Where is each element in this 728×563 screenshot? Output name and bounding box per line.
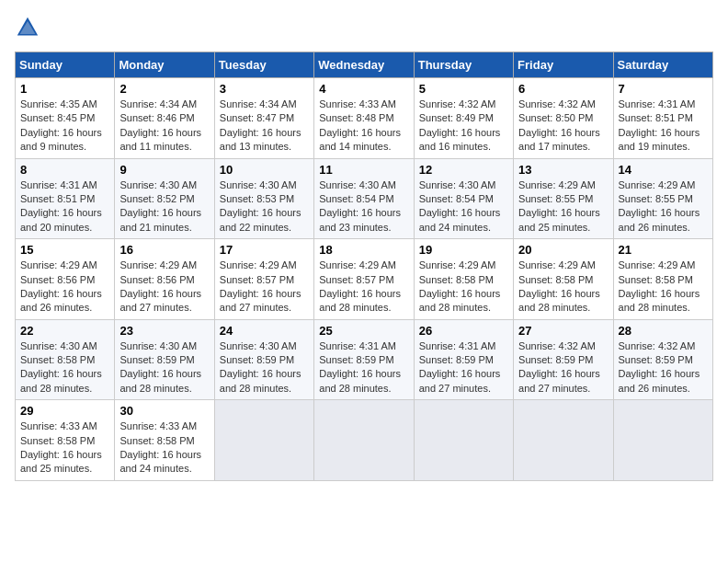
day-info: Sunrise: 4:32 AM Sunset: 8:50 PM Dayligh… [518, 98, 608, 155]
sunset: Sunset: 8:59 PM [319, 354, 393, 365]
day-number: 21 [619, 243, 708, 257]
calendar-cell [414, 400, 513, 481]
daylight: Daylight: 16 hours and 16 minutes. [419, 127, 501, 152]
calendar-cell: 2 Sunrise: 4:34 AM Sunset: 8:46 PM Dayli… [115, 78, 214, 159]
sunrise: Sunrise: 4:30 AM [220, 340, 297, 351]
calendar-week-2: 8 Sunrise: 4:31 AM Sunset: 8:51 PM Dayli… [16, 158, 713, 239]
daylight: Daylight: 16 hours and 27 minutes. [419, 368, 501, 393]
day-header-thursday: Thursday [414, 52, 513, 78]
day-number: 16 [119, 243, 209, 257]
sunrise: Sunrise: 4:31 AM [619, 98, 696, 109]
sunrise: Sunrise: 4:33 AM [319, 98, 396, 109]
day-header-friday: Friday [514, 52, 613, 78]
day-number: 29 [20, 404, 109, 418]
sunrise: Sunrise: 4:30 AM [119, 340, 197, 351]
day-number: 11 [319, 163, 408, 177]
logo [15, 15, 44, 40]
day-number: 4 [319, 82, 408, 96]
calendar-cell: 27 Sunrise: 4:32 AM Sunset: 8:59 PM Dayl… [514, 319, 613, 400]
sunrise: Sunrise: 4:34 AM [119, 98, 197, 109]
calendar-cell: 8 Sunrise: 4:31 AM Sunset: 8:51 PM Dayli… [16, 158, 115, 239]
daylight: Daylight: 16 hours and 24 minutes. [419, 207, 501, 232]
day-number: 12 [419, 163, 508, 177]
daylight: Daylight: 16 hours and 17 minutes. [518, 127, 600, 152]
day-number: 7 [619, 82, 708, 96]
day-number: 30 [119, 404, 209, 418]
day-info: Sunrise: 4:29 AM Sunset: 8:56 PM Dayligh… [119, 259, 209, 316]
day-info: Sunrise: 4:29 AM Sunset: 8:58 PM Dayligh… [518, 259, 608, 316]
daylight: Daylight: 16 hours and 28 minutes. [619, 288, 700, 313]
day-number: 24 [220, 324, 309, 338]
sunset: Sunset: 8:58 PM [619, 274, 693, 285]
day-info: Sunrise: 4:29 AM Sunset: 8:57 PM Dayligh… [319, 259, 408, 316]
sunrise: Sunrise: 4:31 AM [419, 340, 496, 351]
sunset: Sunset: 8:58 PM [419, 274, 494, 285]
sunrise: Sunrise: 4:30 AM [20, 340, 97, 351]
calendar-cell: 23 Sunrise: 4:30 AM Sunset: 8:59 PM Dayl… [115, 319, 214, 400]
calendar-week-5: 29 Sunrise: 4:33 AM Sunset: 8:58 PM Dayl… [16, 400, 713, 481]
daylight: Daylight: 16 hours and 28 minutes. [319, 288, 401, 313]
day-info: Sunrise: 4:29 AM Sunset: 8:55 PM Dayligh… [518, 178, 608, 236]
calendar-cell: 29 Sunrise: 4:33 AM Sunset: 8:58 PM Dayl… [16, 400, 115, 481]
sunrise: Sunrise: 4:33 AM [119, 420, 197, 431]
calendar-cell: 1 Sunrise: 4:35 AM Sunset: 8:45 PM Dayli… [16, 78, 115, 159]
day-number: 28 [619, 324, 708, 338]
sunset: Sunset: 8:53 PM [220, 193, 294, 204]
day-info: Sunrise: 4:29 AM Sunset: 8:58 PM Dayligh… [619, 259, 708, 316]
sunset: Sunset: 8:46 PM [119, 112, 194, 123]
calendar-header-row: SundayMondayTuesdayWednesdayThursdayFrid… [16, 52, 713, 78]
calendar-cell: 12 Sunrise: 4:30 AM Sunset: 8:54 PM Dayl… [414, 158, 513, 239]
calendar-cell [314, 400, 414, 481]
calendar-cell: 3 Sunrise: 4:34 AM Sunset: 8:47 PM Dayli… [214, 78, 313, 159]
sunset: Sunset: 8:59 PM [419, 354, 494, 365]
day-number: 14 [619, 163, 708, 177]
day-info: Sunrise: 4:33 AM Sunset: 8:58 PM Dayligh… [20, 419, 109, 477]
day-info: Sunrise: 4:29 AM Sunset: 8:57 PM Dayligh… [220, 259, 309, 316]
calendar-cell: 25 Sunrise: 4:31 AM Sunset: 8:59 PM Dayl… [314, 319, 414, 400]
day-info: Sunrise: 4:30 AM Sunset: 8:54 PM Dayligh… [419, 178, 508, 236]
sunset: Sunset: 8:58 PM [20, 435, 95, 446]
sunset: Sunset: 8:56 PM [20, 274, 95, 285]
day-number: 5 [419, 82, 508, 96]
daylight: Daylight: 16 hours and 23 minutes. [319, 207, 401, 232]
sunset: Sunset: 8:57 PM [220, 274, 294, 285]
day-number: 8 [20, 163, 109, 177]
calendar-cell: 28 Sunrise: 4:32 AM Sunset: 8:59 PM Dayl… [613, 319, 712, 400]
calendar-week-1: 1 Sunrise: 4:35 AM Sunset: 8:45 PM Dayli… [16, 78, 713, 159]
day-info: Sunrise: 4:30 AM Sunset: 8:59 PM Dayligh… [119, 339, 209, 396]
sunrise: Sunrise: 4:29 AM [619, 259, 696, 270]
calendar-cell: 16 Sunrise: 4:29 AM Sunset: 8:56 PM Dayl… [115, 239, 214, 320]
daylight: Daylight: 16 hours and 28 minutes. [419, 288, 501, 313]
daylight: Daylight: 16 hours and 26 minutes. [619, 368, 700, 393]
day-number: 25 [319, 324, 408, 338]
day-number: 23 [119, 324, 209, 338]
sunrise: Sunrise: 4:32 AM [419, 98, 496, 109]
calendar-cell: 4 Sunrise: 4:33 AM Sunset: 8:48 PM Dayli… [314, 78, 414, 159]
logo-icon [15, 15, 40, 40]
day-info: Sunrise: 4:35 AM Sunset: 8:45 PM Dayligh… [20, 98, 109, 155]
day-number: 3 [220, 82, 309, 96]
daylight: Daylight: 16 hours and 28 minutes. [319, 368, 401, 393]
daylight: Daylight: 16 hours and 11 minutes. [119, 127, 201, 152]
daylight: Daylight: 16 hours and 28 minutes. [518, 288, 600, 313]
calendar-cell [613, 400, 712, 481]
day-info: Sunrise: 4:30 AM Sunset: 8:58 PM Dayligh… [20, 339, 109, 396]
sunset: Sunset: 8:59 PM [619, 354, 693, 365]
daylight: Daylight: 16 hours and 22 minutes. [220, 207, 301, 232]
calendar-cell: 5 Sunrise: 4:32 AM Sunset: 8:49 PM Dayli… [414, 78, 513, 159]
calendar-week-4: 22 Sunrise: 4:30 AM Sunset: 8:58 PM Dayl… [16, 319, 713, 400]
sunrise: Sunrise: 4:30 AM [419, 179, 496, 190]
day-info: Sunrise: 4:34 AM Sunset: 8:47 PM Dayligh… [220, 98, 309, 155]
day-header-monday: Monday [115, 52, 214, 78]
sunrise: Sunrise: 4:29 AM [518, 179, 596, 190]
day-number: 17 [220, 243, 309, 257]
daylight: Daylight: 16 hours and 20 minutes. [20, 207, 102, 232]
sunset: Sunset: 8:59 PM [518, 354, 593, 365]
daylight: Daylight: 16 hours and 13 minutes. [220, 127, 301, 152]
calendar-cell [514, 400, 613, 481]
sunset: Sunset: 8:49 PM [419, 112, 494, 123]
calendar-cell: 19 Sunrise: 4:29 AM Sunset: 8:58 PM Dayl… [414, 239, 513, 320]
calendar-week-3: 15 Sunrise: 4:29 AM Sunset: 8:56 PM Dayl… [16, 239, 713, 320]
sunset: Sunset: 8:51 PM [619, 112, 693, 123]
calendar-cell: 6 Sunrise: 4:32 AM Sunset: 8:50 PM Dayli… [514, 78, 613, 159]
